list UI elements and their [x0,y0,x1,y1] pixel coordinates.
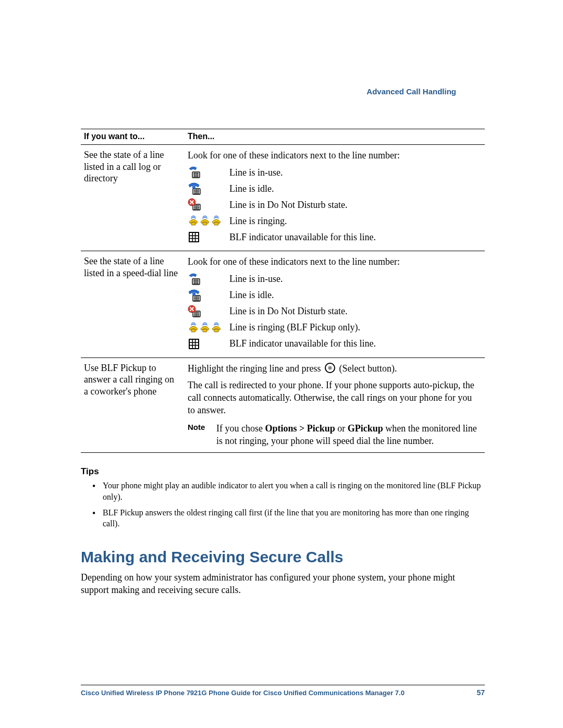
bold-text: Options > Pickup [265,423,335,434]
section-heading: Making and Receiving Secure Calls [81,548,485,566]
then-cell: Highlight the ringing line and press (Se… [185,357,485,453]
page-footer: Cisco Unified Wireless IP Phone 7921G Ph… [81,685,485,697]
table-row: Use BLF Pickup to answer a call ringing … [81,357,485,453]
task-cell: See the state of a line listed in a call… [81,145,185,251]
then-cell: Look for one of these indicators next to… [185,251,485,357]
line-dnd-icon [188,198,229,212]
indicator-label: Line is idle. [229,183,481,195]
indicator-row: Line is idle. [188,181,481,196]
then-cell: Look for one of these indicators next to… [185,145,485,251]
tips-heading: Tips [81,466,485,477]
table-row: See the state of a line listed in a call… [81,145,485,251]
note-block: Note If you chose Options > Pickup or GP… [188,422,481,448]
line-idle-icon [188,289,229,302]
indicator-row: Line is in-use. [188,165,481,180]
text: If you chose [216,423,265,434]
indicator-label: Line is idle. [229,290,481,301]
indicator-row: Line is idle. [188,288,481,303]
line-ringing-icon [188,322,229,334]
line-in-use-icon [188,166,229,179]
bold-text: GPickup [348,423,383,434]
indicator-intro: Look for one of these indicators next to… [188,149,481,162]
th-if-you-want-to: If you want to... [81,129,185,145]
list-item: BLF Pickup answers the oldest ringing ca… [103,507,485,529]
indicator-label: Line is in-use. [229,167,481,179]
indicator-row: Line is ringing (BLF Pickup only). [188,320,481,336]
tips-list: Your phone might play an audible indicat… [81,480,485,529]
indicator-row: Line is ringing. [188,213,481,229]
highlight-line: Highlight the ringing line and press (Se… [188,362,481,377]
line-in-use-icon [188,273,229,286]
blf-unavailable-icon [188,338,229,350]
text: or [335,423,348,434]
indicator-row: BLF indicator unavailable for this line. [188,229,481,245]
indicator-row: Line is in Do Not Disturb state. [188,304,481,319]
body-text: The call is redirected to your phone. If… [188,379,481,417]
task-cell: See the state of a line listed in a spee… [81,251,185,357]
section-body: Depending on how your system administrat… [81,571,485,597]
indicator-label: Line is in Do Not Disturb state. [229,200,481,211]
indicator-row: Line is in-use. [188,272,481,287]
text: Highlight the ringing line and press [188,363,323,374]
indicator-row: BLF indicator unavailable for this line. [188,336,481,352]
indicator-label: Line is in Do Not Disturb state. [229,306,481,317]
note-text: If you chose Options > Pickup or GPickup… [216,422,481,448]
select-button-icon [324,362,336,377]
indicator-row: Line is in Do Not Disturb state. [188,197,481,213]
indicator-intro: Look for one of these indicators next to… [188,255,481,268]
running-head: Advanced Call Handling [366,87,456,96]
table-row: See the state of a line listed in a spee… [81,251,485,357]
indicator-label: Line is ringing. [229,216,481,227]
line-ringing-icon [188,215,229,227]
line-dnd-icon [188,305,229,318]
indicator-label: Line is in-use. [229,274,481,285]
footer-doc-title: Cisco Unified Wireless IP Phone 7921G Ph… [81,689,405,697]
blf-unavailable-icon [188,231,229,243]
indicator-label: BLF indicator unavailable for this line. [229,338,481,350]
task-cell: Use BLF Pickup to answer a call ringing … [81,357,185,453]
note-label: Note [188,422,216,448]
list-item: Your phone might play an audible indicat… [103,480,485,502]
footer-page-number: 57 [476,688,485,697]
instruction-table: If you want to... Then... See the state … [81,129,485,453]
page: Advanced Call Handling If you want to...… [0,0,563,728]
line-idle-icon [188,182,229,195]
indicator-label: Line is ringing (BLF Pickup only). [229,322,481,334]
th-then: Then... [185,129,485,145]
text: (Select button). [339,363,397,374]
indicator-label: BLF indicator unavailable for this line. [229,232,481,243]
